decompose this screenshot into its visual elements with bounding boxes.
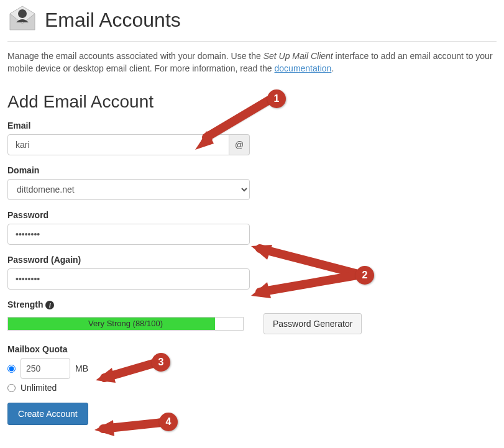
header-divider — [7, 41, 497, 42]
strength-group: Strength i Very Strong (88/100) Password… — [7, 299, 250, 334]
page-title: Email Accounts — [45, 9, 181, 32]
password2-input[interactable] — [7, 268, 250, 290]
svg-line-5 — [260, 249, 360, 275]
mail-icon — [7, 5, 37, 35]
documentation-link[interactable]: documentation — [275, 63, 332, 73]
strength-bar-text: Very Strong (88/100) — [8, 318, 243, 330]
info-icon[interactable]: i — [45, 301, 54, 309]
intro-text: Manage the email accounts associated wit… — [7, 50, 497, 75]
password2-group: Password (Again) — [7, 255, 250, 290]
quota-limited-radio[interactable] — [7, 365, 16, 373]
quota-label: Mailbox Quota — [7, 344, 250, 354]
callout-badge-2: 2 — [355, 266, 374, 285]
domain-select[interactable]: dittdomene.net — [7, 179, 250, 200]
strength-label-text: Strength — [7, 299, 44, 309]
quota-unlimited-label: Unlimited — [21, 383, 57, 393]
email-label: Email — [7, 121, 250, 130]
domain-group: Domain dittdomene.net — [7, 165, 250, 200]
password-label: Password — [7, 210, 250, 220]
email-group: Email @ — [7, 121, 250, 155]
quota-limited-row: MB — [7, 358, 250, 379]
page-header: Email Accounts — [7, 5, 497, 35]
quota-unlimited-radio[interactable] — [7, 384, 16, 392]
strength-label: Strength i — [7, 299, 250, 309]
quota-group: Mailbox Quota MB Unlimited — [7, 344, 250, 393]
svg-line-7 — [260, 275, 360, 292]
at-addon: @ — [229, 134, 250, 155]
email-input-group: @ — [7, 134, 250, 155]
password-group: Password — [7, 210, 250, 245]
submit-group: Create Account — [7, 403, 250, 425]
intro-before: Manage the email accounts associated wit… — [7, 51, 263, 61]
section-title: Add Email Account — [7, 92, 497, 112]
svg-point-0 — [18, 9, 27, 18]
add-email-form: Email @ Domain dittdomene.net Password P… — [7, 121, 250, 425]
password-input[interactable] — [7, 224, 250, 245]
quota-unit: MB — [75, 363, 88, 373]
password-generator-button[interactable]: Password Generator — [263, 313, 362, 334]
svg-marker-6 — [251, 245, 272, 260]
password2-label: Password (Again) — [7, 255, 250, 265]
svg-marker-8 — [251, 282, 271, 298]
domain-label: Domain — [7, 165, 250, 175]
create-account-button[interactable]: Create Account — [7, 403, 88, 425]
email-input[interactable] — [7, 134, 229, 155]
quota-unlimited-row: Unlimited — [7, 383, 250, 393]
intro-after: . — [331, 63, 334, 73]
intro-emphasis: Set Up Mail Client — [263, 51, 333, 61]
email-accounts-page: Email Accounts Manage the email accounts… — [7, 5, 497, 425]
callout-arrow-2a — [249, 242, 367, 298]
strength-row: Very Strong (88/100) Password Generator — [7, 313, 393, 334]
quota-input[interactable] — [21, 358, 70, 379]
strength-bar: Very Strong (88/100) — [7, 317, 244, 331]
callout-number-2: 2 — [355, 266, 374, 285]
callout-arrow-2b — [249, 266, 367, 303]
